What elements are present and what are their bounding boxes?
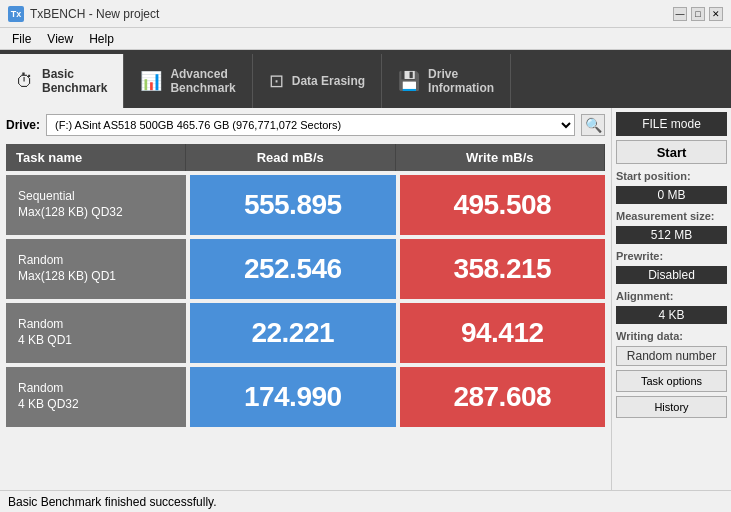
alignment-value: 4 KB bbox=[616, 306, 727, 324]
col-read: Read mB/s bbox=[186, 144, 396, 171]
start-position-label: Start position: bbox=[616, 170, 727, 182]
table-row: RandomMax(128 KB) QD1 252.546 358.215 bbox=[6, 239, 605, 299]
tab-drive-info-label: DriveInformation bbox=[428, 67, 494, 96]
alignment-label: Alignment: bbox=[616, 290, 727, 302]
task-name-2: Random4 KB QD1 bbox=[6, 303, 186, 363]
status-message: Basic Benchmark finished successfully. bbox=[8, 495, 217, 509]
measurement-size-value: 512 MB bbox=[616, 226, 727, 244]
tab-erasing-label: Data Erasing bbox=[292, 74, 365, 88]
drive-info-icon: 💾 bbox=[398, 70, 420, 92]
title-text: TxBENCH - New project bbox=[30, 7, 673, 21]
right-panel: FILE mode Start Start position: 0 MB Mea… bbox=[611, 108, 731, 490]
tab-drive-information[interactable]: 💾 DriveInformation bbox=[382, 54, 511, 108]
col-task-name: Task name bbox=[6, 144, 186, 171]
status-bar: Basic Benchmark finished successfully. bbox=[0, 490, 731, 512]
task-name-0: SequentialMax(128 KB) QD32 bbox=[6, 175, 186, 235]
write-value-0: 495.508 bbox=[400, 175, 606, 235]
table-header: Task name Read mB/s Write mB/s bbox=[6, 144, 605, 171]
start-button[interactable]: Start bbox=[616, 140, 727, 164]
table-row: Random4 KB QD1 22.221 94.412 bbox=[6, 303, 605, 363]
tab-advanced-benchmark[interactable]: 📊 AdvancedBenchmark bbox=[124, 54, 252, 108]
benchmark-table: Task name Read mB/s Write mB/s Sequentia… bbox=[6, 144, 605, 484]
menu-file[interactable]: File bbox=[4, 30, 39, 48]
menu-help[interactable]: Help bbox=[81, 30, 122, 48]
task-options-button[interactable]: Task options bbox=[616, 370, 727, 392]
write-value-1: 358.215 bbox=[400, 239, 606, 299]
drive-select[interactable]: (F:) ASint AS518 500GB 465.76 GB (976,77… bbox=[46, 114, 575, 136]
data-erasing-icon: ⊡ bbox=[269, 70, 284, 92]
writing-data-value: Random number bbox=[616, 346, 727, 366]
task-name-3: Random4 KB QD32 bbox=[6, 367, 186, 427]
advanced-benchmark-icon: 📊 bbox=[140, 70, 162, 92]
prewrite-value: Disabled bbox=[616, 266, 727, 284]
table-row: Random4 KB QD32 174.990 287.608 bbox=[6, 367, 605, 427]
tab-basic-benchmark[interactable]: ⏱ BasicBenchmark bbox=[0, 54, 124, 108]
title-bar: Tx TxBENCH - New project — □ ✕ bbox=[0, 0, 731, 28]
menu-view[interactable]: View bbox=[39, 30, 81, 48]
read-value-1: 252.546 bbox=[190, 239, 396, 299]
menu-bar: File View Help bbox=[0, 28, 731, 50]
close-button[interactable]: ✕ bbox=[709, 7, 723, 21]
basic-benchmark-icon: ⏱ bbox=[16, 71, 34, 92]
maximize-button[interactable]: □ bbox=[691, 7, 705, 21]
table-body: SequentialMax(128 KB) QD32 555.895 495.5… bbox=[6, 175, 605, 427]
drive-row: Drive: (F:) ASint AS518 500GB 465.76 GB … bbox=[6, 114, 605, 136]
read-value-2: 22.221 bbox=[190, 303, 396, 363]
tab-basic-label: BasicBenchmark bbox=[42, 67, 107, 96]
tab-data-erasing[interactable]: ⊡ Data Erasing bbox=[253, 54, 382, 108]
write-value-3: 287.608 bbox=[400, 367, 606, 427]
read-value-3: 174.990 bbox=[190, 367, 396, 427]
window-controls[interactable]: — □ ✕ bbox=[673, 7, 723, 21]
start-position-value: 0 MB bbox=[616, 186, 727, 204]
col-write: Write mB/s bbox=[396, 144, 606, 171]
minimize-button[interactable]: — bbox=[673, 7, 687, 21]
writing-data-label: Writing data: bbox=[616, 330, 727, 342]
app-icon: Tx bbox=[8, 6, 24, 22]
write-value-2: 94.412 bbox=[400, 303, 606, 363]
tab-bar: ⏱ BasicBenchmark 📊 AdvancedBenchmark ⊡ D… bbox=[0, 50, 731, 108]
task-name-1: RandomMax(128 KB) QD1 bbox=[6, 239, 186, 299]
left-panel: Drive: (F:) ASint AS518 500GB 465.76 GB … bbox=[0, 108, 611, 490]
tab-advanced-label: AdvancedBenchmark bbox=[170, 67, 235, 96]
prewrite-label: Prewrite: bbox=[616, 250, 727, 262]
file-mode-button[interactable]: FILE mode bbox=[616, 112, 727, 136]
drive-refresh-button[interactable]: 🔍 bbox=[581, 114, 605, 136]
history-button[interactable]: History bbox=[616, 396, 727, 418]
measurement-size-label: Measurement size: bbox=[616, 210, 727, 222]
drive-label: Drive: bbox=[6, 118, 40, 132]
main-content: Drive: (F:) ASint AS518 500GB 465.76 GB … bbox=[0, 108, 731, 490]
read-value-0: 555.895 bbox=[190, 175, 396, 235]
table-row: SequentialMax(128 KB) QD32 555.895 495.5… bbox=[6, 175, 605, 235]
